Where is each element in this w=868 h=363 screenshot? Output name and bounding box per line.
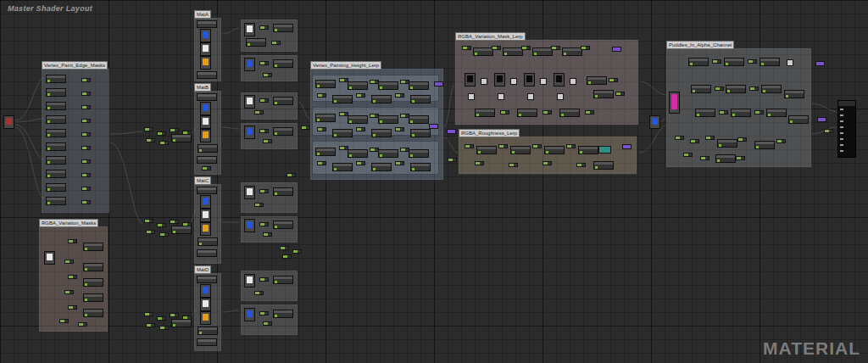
node-gd[interactable]	[198, 327, 218, 335]
node-g[interactable]	[68, 239, 77, 243]
node-g[interactable]	[81, 146, 91, 150]
node-texBlue[interactable]	[200, 284, 211, 298]
node-g[interactable]	[542, 161, 552, 165]
node-g[interactable]	[146, 230, 155, 234]
node-texW[interactable]	[200, 298, 211, 311]
node-g[interactable]	[492, 46, 501, 50]
node-texW[interactable]	[44, 251, 55, 265]
node-gd[interactable]	[273, 310, 293, 318]
node-purple[interactable]	[447, 129, 456, 134]
node-teal[interactable]	[598, 146, 611, 154]
node-texBlue[interactable]	[200, 29, 211, 42]
node-gd[interactable]	[46, 156, 66, 165]
node-gd[interactable]	[754, 141, 775, 149]
node-g[interactable]	[146, 323, 155, 327]
node-g[interactable]	[542, 110, 552, 114]
comment-label[interactable]: RGBA_Roughness_Lerp	[459, 129, 520, 137]
node-gd[interactable]	[83, 263, 103, 271]
node-g[interactable]	[254, 110, 264, 114]
node-gd[interactable]	[348, 115, 368, 124]
node-texB[interactable]	[494, 73, 505, 87]
node-g[interactable]	[475, 161, 484, 165]
node-g[interactable]	[749, 87, 759, 91]
node-gd[interactable]	[378, 81, 398, 90]
node-gd[interactable]	[587, 76, 607, 85]
node-g[interactable]	[301, 126, 310, 130]
node-gd[interactable]	[273, 127, 293, 136]
node-gd[interactable]	[83, 278, 103, 287]
node-d[interactable]	[197, 249, 217, 257]
node-g[interactable]	[81, 173, 91, 177]
node-gd[interactable]	[410, 129, 431, 137]
node-gd[interactable]	[46, 170, 66, 178]
node-g[interactable]	[259, 189, 269, 193]
node-g[interactable]	[263, 73, 272, 77]
node-g[interactable]	[712, 59, 721, 64]
node-gd[interactable]	[273, 59, 293, 68]
node-g[interactable]	[144, 312, 153, 316]
comment-label[interactable]: MatC	[194, 176, 211, 185]
node-g[interactable]	[259, 222, 269, 226]
node-g[interactable]	[159, 141, 169, 145]
node-gs[interactable]	[557, 93, 564, 100]
comment-label[interactable]: MatD	[194, 265, 211, 274]
node-g[interactable]	[448, 158, 457, 162]
node-gd[interactable]	[578, 146, 598, 154]
node-d[interactable]	[197, 276, 217, 283]
node-g[interactable]	[170, 220, 179, 224]
node-g[interactable]	[280, 246, 289, 250]
node-texB[interactable]	[554, 73, 565, 87]
node-texW[interactable]	[244, 95, 255, 109]
node-g[interactable]	[259, 98, 269, 103]
node-d[interactable]	[197, 93, 217, 101]
node-gd[interactable]	[761, 85, 782, 93]
graph-canvas[interactable]: Master Shader Layout Vertex_Paint_Edge_M…	[0, 0, 868, 363]
node-d[interactable]	[197, 71, 217, 79]
node-g[interactable]	[462, 46, 471, 50]
node-purple[interactable]	[622, 144, 632, 149]
node-gd[interactable]	[273, 187, 293, 196]
node-g[interactable]	[81, 92, 91, 96]
node-g[interactable]	[615, 92, 625, 96]
node-gd[interactable]	[83, 309, 103, 317]
node-texB[interactable]	[465, 73, 476, 87]
node-g[interactable]	[748, 59, 757, 64]
node-gd[interactable]	[410, 95, 431, 103]
node-g[interactable]	[737, 137, 747, 142]
node-gd[interactable]	[717, 139, 737, 148]
node-gd[interactable]	[371, 129, 392, 137]
node-gd[interactable]	[562, 47, 582, 56]
node-g[interactable]	[202, 166, 211, 170]
comment-label[interactable]: Vertex_Painting_Height_Lerp	[310, 61, 381, 70]
node-g[interactable]	[59, 319, 69, 323]
node-texO[interactable]	[200, 56, 211, 70]
node-gd[interactable]	[476, 146, 497, 154]
node-purple[interactable]	[434, 81, 443, 87]
node-gd[interactable]	[46, 142, 66, 151]
node-gs[interactable]	[540, 78, 547, 85]
node-gd[interactable]	[593, 90, 614, 98]
node-texW[interactable]	[244, 23, 255, 36]
node-texB[interactable]	[524, 73, 535, 87]
node-g[interactable]	[157, 316, 166, 321]
node-gd[interactable]	[510, 146, 531, 154]
node-texO[interactable]	[200, 222, 211, 236]
node-texW[interactable]	[200, 115, 211, 129]
node-texBlue[interactable]	[200, 195, 211, 209]
node-texW[interactable]	[244, 274, 255, 288]
node-texBlue[interactable]	[244, 58, 255, 71]
comment-label[interactable]: MatA	[194, 10, 211, 19]
node-g[interactable]	[259, 311, 269, 316]
node-g[interactable]	[68, 305, 77, 310]
node-gd[interactable]	[83, 293, 103, 302]
node-g[interactable]	[292, 249, 302, 254]
node-gd[interactable]	[273, 24, 293, 32]
node-g[interactable]	[146, 138, 155, 142]
node-gd[interactable]	[46, 197, 66, 205]
node-gd[interactable]	[378, 115, 398, 124]
node-gd[interactable]	[198, 237, 218, 246]
node-g[interactable]	[64, 260, 74, 264]
node-g[interactable]	[690, 139, 699, 143]
node-texO[interactable]	[200, 129, 211, 142]
node-gd[interactable]	[691, 85, 711, 93]
